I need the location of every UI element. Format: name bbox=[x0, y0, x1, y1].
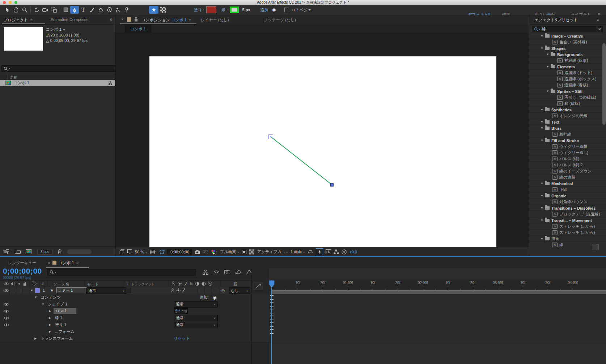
twirl-arrow-icon[interactable]: ▶ bbox=[49, 316, 51, 320]
preset-item[interactable]: fx線の追跡 bbox=[529, 174, 606, 180]
path-direction-buttons[interactable] bbox=[174, 308, 188, 314]
timeline-search-input[interactable]: ▾ bbox=[47, 269, 196, 275]
track-matte-header[interactable]: T トラックマット bbox=[127, 282, 154, 287]
twirl-arrow-icon[interactable]: ▶ bbox=[49, 309, 51, 313]
flowchart-button-icon[interactable] bbox=[334, 249, 339, 254]
expand-arrow-icon[interactable]: ▼ bbox=[541, 34, 545, 38]
comp-tab-close-icon[interactable]: × bbox=[121, 17, 123, 21]
expand-arrow-icon[interactable]: ▼ bbox=[541, 127, 545, 130]
preset-item[interactable]: fx円形 (三つの破線) bbox=[529, 94, 606, 100]
effects-panel-menu-icon[interactable]: ≡ bbox=[597, 17, 599, 22]
roto-brush-tool[interactable] bbox=[114, 6, 122, 14]
property-eye-icon[interactable] bbox=[4, 316, 9, 320]
add-shape-icon[interactable]: ◉ bbox=[272, 7, 276, 12]
preset-folder-row[interactable]: ▼描画 bbox=[529, 235, 606, 242]
trash-icon[interactable] bbox=[58, 249, 62, 254]
twirl-arrow-icon[interactable]: ▶ bbox=[49, 323, 51, 326]
tab-project[interactable]: プロジェクト ≡ bbox=[4, 17, 33, 23]
twirl-arrow-icon[interactable]: ▼ bbox=[42, 303, 45, 306]
preset-item[interactable]: fxオレンジの光線 bbox=[529, 112, 606, 119]
twirl-arrow-icon[interactable]: ▼ bbox=[34, 296, 37, 299]
snapshot-icon[interactable] bbox=[195, 250, 200, 254]
preset-item[interactable]: fx追跡線 (ボックス) bbox=[529, 76, 606, 82]
clear-search-icon[interactable]: × bbox=[598, 26, 601, 32]
property-label[interactable]: 塗り 1 bbox=[55, 322, 66, 327]
comp-timecode[interactable]: 0;00;00;00 bbox=[168, 249, 192, 255]
layer-expand-arrow[interactable]: ▼ bbox=[30, 289, 33, 292]
property-eye-icon[interactable] bbox=[4, 303, 9, 306]
selection-tool[interactable] bbox=[3, 6, 12, 14]
tab-footage[interactable]: フッテージ (なし) bbox=[264, 17, 296, 23]
blend-mode-dropdown[interactable]: 通常∨ bbox=[174, 322, 218, 328]
preset-folder-row[interactable]: ▼Mechanical bbox=[529, 180, 606, 187]
zoom-tool[interactable] bbox=[20, 6, 29, 14]
pan-behind-tool[interactable] bbox=[50, 6, 58, 14]
resolution-dropdown[interactable]: フル画質 ∨ bbox=[220, 249, 239, 254]
property-label[interactable]: シェイプ 1 bbox=[48, 301, 67, 307]
puppet-pin-tool[interactable] bbox=[122, 6, 131, 14]
camera-dropdown[interactable]: アクティブカ... ∨ bbox=[257, 249, 288, 254]
preset-folder-row[interactable]: ▼Shapes bbox=[529, 45, 606, 51]
always-preview-icon[interactable] bbox=[119, 249, 124, 254]
expand-arrow-icon[interactable]: ▼ bbox=[541, 206, 545, 210]
preset-item[interactable]: fxウィグリー線...) bbox=[529, 149, 606, 156]
preset-folder-row[interactable]: ▼Image – Creative bbox=[529, 33, 606, 39]
composition-canvas[interactable] bbox=[149, 56, 496, 251]
rotation-tool[interactable] bbox=[32, 6, 41, 14]
hand-tool[interactable] bbox=[12, 6, 20, 14]
add-property-label[interactable]: 追加: bbox=[200, 295, 209, 300]
twirl-arrow-icon[interactable]: ▶ bbox=[49, 330, 51, 333]
lock-icon[interactable] bbox=[134, 17, 138, 22]
layer-quality-switch[interactable] bbox=[182, 288, 186, 292]
expand-arrow-icon[interactable]: ▼ bbox=[546, 90, 551, 93]
property-label[interactable]: コンテンツ bbox=[41, 295, 61, 300]
channel-settings-icon[interactable]: ▾ bbox=[211, 249, 217, 254]
preset-folder-row[interactable]: ▼Sprites – Still bbox=[529, 88, 606, 94]
tab-effects-presets[interactable]: エフェクト&プリセット bbox=[534, 17, 578, 23]
property-label[interactable]: 線 1 bbox=[55, 315, 62, 321]
expand-arrow-icon[interactable]: ▼ bbox=[541, 237, 545, 240]
preset-item[interactable]: fx追跡線 (ドット) bbox=[529, 69, 606, 76]
new-folder-icon[interactable] bbox=[15, 249, 21, 254]
preset-item[interactable]: fxブロックデ..." (走査線) bbox=[529, 211, 606, 217]
preset-folder-row[interactable]: ▼Transitions – Dissolves bbox=[529, 205, 606, 211]
expand-arrow-icon[interactable]: ▼ bbox=[541, 139, 545, 142]
preset-item[interactable]: fx色合い (赤外線) bbox=[529, 39, 606, 45]
project-bottom-scrollbar[interactable] bbox=[67, 249, 92, 254]
path-start-vertex-handle[interactable] bbox=[268, 134, 273, 139]
shy-layers-toggle-icon[interactable] bbox=[213, 270, 219, 275]
expand-arrow-icon[interactable]: ▼ bbox=[546, 53, 551, 56]
preset-item[interactable]: fxパルス (線) 2 bbox=[529, 162, 606, 168]
brush-tool[interactable] bbox=[88, 6, 96, 14]
timeline-property-row[interactable]: ▼コンテンツ追加:◉ bbox=[0, 294, 251, 301]
reset-exposure-icon[interactable] bbox=[342, 249, 347, 254]
timeline-button-icon[interactable] bbox=[326, 249, 331, 254]
motion-blur-toggle-icon[interactable] bbox=[235, 270, 241, 275]
column-name-header[interactable]: 名前 bbox=[10, 75, 18, 80]
preset-item[interactable]: fxストレッチ (...から) bbox=[529, 229, 606, 236]
info-comp-name[interactable]: コンポ 1 bbox=[46, 27, 62, 31]
preset-item[interactable]: fx下線 bbox=[529, 186, 606, 193]
fast-previews-icon[interactable] bbox=[316, 248, 323, 255]
preset-item[interactable]: fxウィグリー線幅 bbox=[529, 143, 606, 150]
pen-tool[interactable] bbox=[70, 6, 79, 14]
blend-mode-dropdown[interactable]: 通常∨ bbox=[174, 315, 218, 321]
expand-arrow-icon[interactable]: ▼ bbox=[541, 182, 545, 185]
camera-tool[interactable] bbox=[41, 6, 50, 14]
pixel-aspect-correction-icon[interactable] bbox=[308, 249, 313, 254]
bpc-button[interactable]: 8 bpc bbox=[37, 249, 52, 254]
preset-folder-row[interactable]: ▼Organic bbox=[529, 192, 606, 199]
timeline-property-row[interactable]: ▶トランスフォームリセット bbox=[0, 335, 251, 342]
preset-item[interactable]: fx追跡線 (看板) bbox=[529, 82, 606, 88]
mode-header[interactable]: モード bbox=[87, 282, 99, 287]
timeline-property-row[interactable]: ▶線 1通常∨ bbox=[0, 314, 251, 322]
layer-row-1[interactable]: ▼ 1 ★ ...ヤー 1 通常∨ ◎ なし∨ bbox=[0, 287, 251, 294]
stroke-width-value[interactable]: 5 px bbox=[242, 8, 250, 12]
property-label[interactable]: トランスフォーム bbox=[41, 336, 73, 341]
interpret-footage-icon[interactable] bbox=[3, 249, 9, 254]
preset-item[interactable]: fx神経網 (線形) bbox=[529, 57, 606, 64]
expand-arrow-icon[interactable]: ▼ bbox=[541, 47, 545, 50]
composer-star-button[interactable]: ★ bbox=[149, 6, 158, 14]
expand-arrow-icon[interactable]: ▼ bbox=[546, 65, 551, 68]
preset-item[interactable]: fx箱 (破線) bbox=[529, 100, 606, 107]
